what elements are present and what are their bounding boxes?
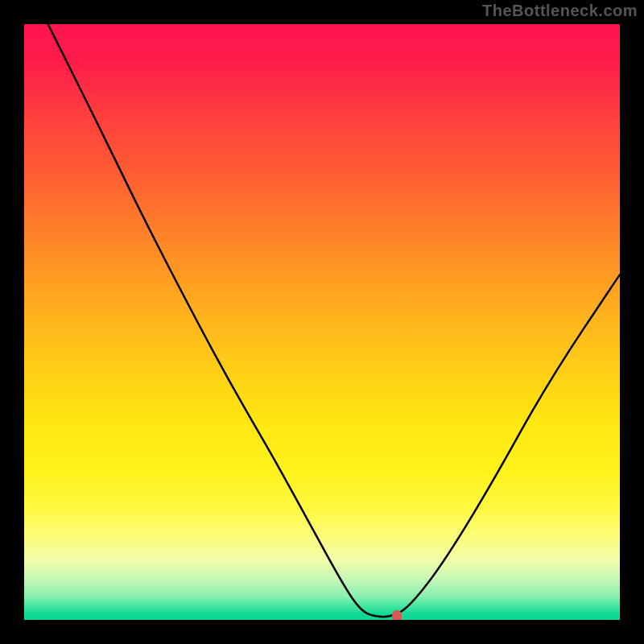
chart-frame: TheBottleneck.com [0, 0, 644, 644]
watermark-text: TheBottleneck.com [482, 2, 638, 20]
bottleneck-marker [392, 610, 402, 620]
plot-area [24, 24, 620, 620]
heat-gradient [24, 24, 620, 620]
